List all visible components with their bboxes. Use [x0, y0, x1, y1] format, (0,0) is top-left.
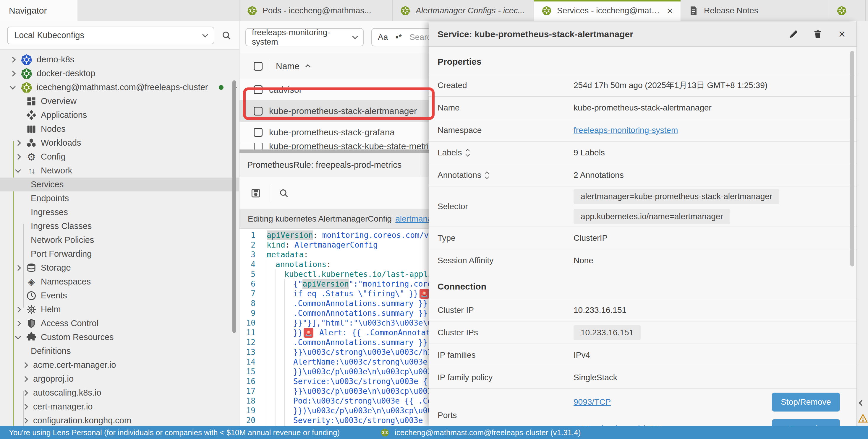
kubeconfig-select[interactable]: Local Kubeconfigs [7, 27, 214, 44]
indent-guide [276, 416, 284, 426]
sidebar-item-acme-cert-manager-io[interactable]: acme.cert-manager.io [0, 358, 239, 372]
tab-close-icon[interactable]: × [667, 6, 673, 16]
dock-tab-prometheusrule[interactable]: PrometheusRule: freepeals-prod-metrics [240, 153, 419, 177]
sidebar-item-port-forwarding[interactable]: Port Forwarding [0, 247, 239, 261]
indent-guide [276, 299, 284, 308]
match-case-toggle[interactable]: Aa [378, 33, 388, 42]
chevron-down-icon [15, 167, 21, 173]
tab-pods-icecheng-mathmas-[interactable]: Pods - icecheng@mathmas... [240, 0, 393, 21]
code-token: .CommonAnnotations.summary }}- [293, 338, 432, 347]
sidebar-item-nodes[interactable]: Nodes [0, 122, 239, 136]
regex-toggle[interactable]: ▪* [396, 33, 402, 42]
sidebar-item-ingress-classes[interactable]: Ingress Classes [0, 219, 239, 233]
indent-guide [276, 269, 284, 279]
row-checkbox[interactable] [254, 143, 262, 149]
indent-guide [284, 328, 293, 338]
sidebar-item-ingresses[interactable]: Ingresses [0, 205, 239, 219]
sidebar-item-services[interactable]: Services [0, 177, 239, 192]
sidebar-item-docker-desktop[interactable]: docker-desktop [0, 66, 239, 80]
tab-overflow[interactable] [829, 0, 866, 21]
name-column-header[interactable]: Name [276, 61, 300, 71]
storage-icon [26, 263, 37, 273]
indent-guide [267, 377, 276, 386]
tab-release-notes[interactable]: Release Notes [681, 0, 829, 21]
sort-updown-icon[interactable] [486, 172, 488, 178]
sidebar-item-label: Ingress Classes [31, 221, 92, 231]
indent-guide [276, 367, 284, 377]
sidebar-item-icecheng-mathmast-com-freeleaps-cluster[interactable]: icecheng@mathmast.com@freeleaps-cluster [0, 80, 239, 94]
sidebar-item-configuration-konghq-com[interactable]: configuration.konghq.com [0, 414, 239, 426]
sort-updown-icon[interactable] [466, 149, 469, 156]
line-number: 5 [240, 269, 267, 279]
port-link[interactable]: 9093/TCP [574, 397, 611, 407]
port-action-button[interactable]: Stop/Remove [772, 393, 840, 411]
sidebar-item-network[interactable]: ↑↓Network [0, 164, 239, 177]
indent-guide [267, 406, 276, 416]
indent-guide [276, 318, 284, 328]
namespace-link[interactable]: freeleaps-monitoring-system [574, 126, 678, 135]
drawer-scrollbar[interactable] [850, 51, 854, 267]
tab-services-icecheng-math-[interactable]: Services - icecheng@math...× [534, 0, 681, 21]
chevron-left-icon[interactable] [859, 400, 865, 406]
indent-guide [284, 289, 293, 299]
select-all-checkbox[interactable] [254, 62, 262, 71]
indent-guide [267, 279, 276, 289]
sidebar-item-workloads[interactable]: Workloads [0, 136, 239, 150]
value-text: 10.233.16.151 [574, 305, 626, 315]
port-link[interactable]: 8080:reloader-web/TCP [574, 424, 661, 426]
line-number: 18 [240, 396, 267, 406]
sidebar-item-demo-k8s[interactable]: demo-k8s [0, 53, 239, 66]
row-label: Selector [438, 202, 574, 211]
edit-icon[interactable] [788, 29, 799, 40]
save-icon[interactable] [250, 188, 261, 199]
helm-icon [26, 304, 37, 315]
port-action-button[interactable]: Forward... [772, 419, 840, 426]
indent-guide [267, 289, 276, 299]
sidebar-item-applications[interactable]: Applications [0, 108, 239, 122]
row-checkbox[interactable] [254, 107, 262, 115]
namespace-select[interactable]: freeleaps-monitoring-system [245, 28, 364, 46]
sidebar-item-label: Namespaces [41, 277, 91, 286]
clock-icon [26, 291, 37, 301]
delete-icon[interactable] [812, 29, 824, 40]
sidebar-item-access-control[interactable]: Access Control [0, 316, 239, 330]
indent-guide [276, 308, 284, 318]
value-text: 9 Labels [574, 148, 605, 158]
code-token: {" [293, 279, 303, 289]
sidebar-item-network-policies[interactable]: Network Policies [0, 233, 239, 247]
row-value: SingleStack [574, 373, 847, 382]
sidebar-item-endpoints[interactable]: Endpoints [0, 192, 239, 205]
code-token: }}\u003c/p\u003e\n\u003cp\u003 [293, 386, 432, 396]
chevron-right-icon [15, 320, 21, 327]
sidebar-item-helm[interactable]: Helm [0, 303, 239, 316]
sidebar-item-config[interactable]: ⚙Config [0, 150, 239, 164]
row-checkbox[interactable] [254, 128, 262, 137]
sidebar-item-label: Network Policies [31, 235, 94, 245]
code-token: }}\u003c/p\u003e\n\u003cp\u003 [293, 367, 432, 377]
active-cluster-text: icecheng@mathmast.com@freeleaps-cluster … [395, 428, 581, 437]
sidebar-item-storage[interactable]: Storage [0, 261, 239, 275]
sidebar-item-autoscaling-k8s-io[interactable]: autoscaling.k8s.io [0, 386, 239, 400]
drawer-header: Service: kube-prometheus-stack-alertmana… [429, 22, 857, 47]
sidebar-item-namespaces[interactable]: ◈Namespaces [0, 275, 239, 289]
indent-guide [267, 338, 276, 347]
sidebar-item-events[interactable]: Events [0, 289, 239, 303]
sidebar-item-overview[interactable]: Overview [0, 94, 239, 108]
sidebar-item-definitions[interactable]: Definitions [0, 344, 239, 358]
close-icon[interactable]: × [836, 29, 847, 40]
chevron-right-icon [22, 362, 28, 368]
sidebar-scrollbar[interactable] [232, 80, 236, 333]
tab-alertmanager-configs-ice[interactable]: Alertmanager Configs - icec... [393, 0, 534, 21]
sidebar-item-custom-resources[interactable]: Custom Resources [0, 330, 239, 344]
editor-search-icon[interactable] [278, 188, 289, 199]
row-checkbox[interactable] [254, 86, 262, 94]
chevron-slot [14, 170, 22, 172]
sidebar-item-argoproj-io[interactable]: argoproj.io [0, 372, 239, 386]
sidebar-item-label: Definitions [31, 346, 71, 356]
indent-guide [267, 299, 276, 308]
navigator-tab[interactable]: Navigator [0, 0, 78, 21]
search-icon[interactable] [221, 30, 232, 41]
kubeconfig-select-value: Local Kubeconfigs [14, 30, 84, 40]
indent-guide [267, 386, 276, 396]
sidebar-item-cert-manager-io[interactable]: cert-manager.io [0, 400, 239, 414]
